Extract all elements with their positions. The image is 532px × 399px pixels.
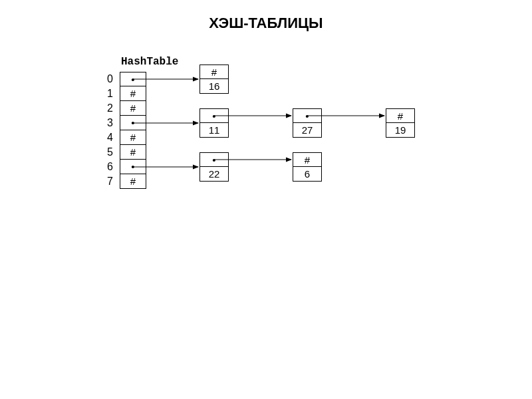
hashtable-label: HashTable: [121, 56, 178, 68]
bucket-cell: •: [120, 160, 146, 174]
diagram-canvas: HashTable 0 1 2 3 4 5 6 7 • # # • # # • …: [100, 72, 499, 338]
bucket-cell: #: [120, 101, 146, 116]
node-next: •: [200, 108, 229, 123]
bucket-cell: #: [120, 86, 146, 101]
list-node: # 19: [386, 108, 415, 138]
node-next: #: [200, 65, 229, 79]
bucket-cell: #: [120, 130, 146, 145]
node-next: •: [293, 108, 322, 123]
node-next: •: [200, 152, 229, 167]
list-node: • 22: [200, 152, 229, 182]
page-title: ХЭШ-ТАБЛИЦЫ: [0, 0, 532, 32]
bucket-index: 6: [100, 161, 113, 173]
node-value: 6: [293, 167, 322, 182]
node-value: 16: [200, 79, 229, 94]
node-value: 27: [293, 123, 322, 138]
node-next: #: [293, 152, 322, 167]
bucket-index: 1: [100, 88, 113, 100]
node-next: #: [386, 108, 415, 123]
node-value: 19: [386, 123, 415, 138]
bucket-index: 4: [100, 132, 113, 144]
bucket-index: 2: [100, 102, 113, 114]
bucket-cell: #: [120, 174, 146, 189]
bucket-cell: •: [120, 116, 146, 130]
list-node: # 16: [200, 65, 229, 94]
bucket-cell: •: [120, 72, 146, 86]
bucket-index: 0: [100, 73, 113, 85]
list-node: • 11: [200, 108, 229, 138]
bucket-index: 3: [100, 117, 113, 129]
node-value: 11: [200, 123, 229, 138]
bucket-cell: #: [120, 145, 146, 160]
list-node: # 6: [293, 152, 322, 182]
bucket-index: 5: [100, 146, 113, 158]
node-value: 22: [200, 167, 229, 182]
list-node: • 27: [293, 108, 322, 138]
bucket-index: 7: [100, 176, 113, 188]
